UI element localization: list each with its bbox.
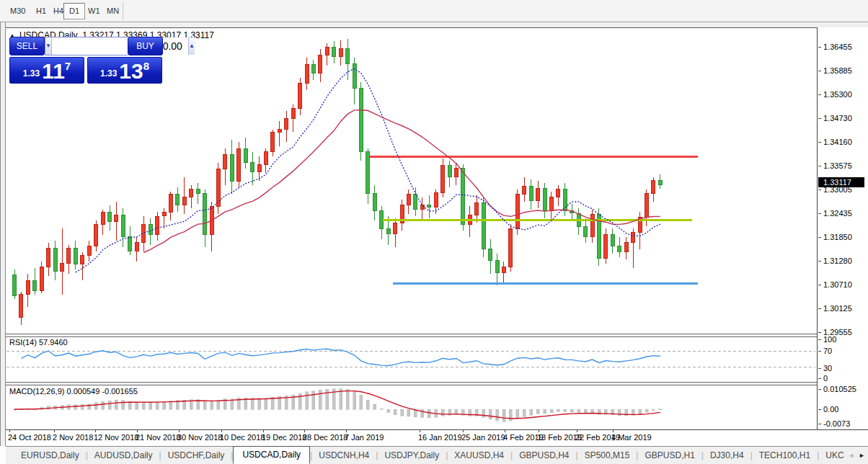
rsi-tick-label: 70 (823, 347, 832, 355)
price-tick-label: 1.35300 (823, 90, 852, 99)
chart-tab-usdchf-daily[interactable]: USDCHF,Daily (161, 448, 231, 463)
date-tick-label: 25 Jan 2019 (461, 433, 505, 442)
chart-tab-ukc[interactable]: UKC (819, 448, 850, 463)
date-tick-label: 19 Dec 2018 (262, 433, 306, 442)
price-tick-label: 1.34730 (823, 114, 852, 122)
date-tick (9, 430, 10, 432)
price-tick-label: 1.32435 (823, 209, 852, 218)
chart-tab-gbpusd-h4[interactable]: GBPUSD,H4 (513, 448, 575, 463)
rsi-tick-label: 100 (823, 335, 836, 344)
date-tick (137, 430, 138, 432)
date-tick-label: 10 Dec 2018 (220, 433, 265, 442)
sell-button[interactable]: SELL (9, 37, 45, 55)
sell-price-base: 1.33 (23, 68, 40, 79)
price-tick-label: 1.30125 (823, 304, 852, 313)
chart-tab-audusd-daily[interactable]: AUDUSD,Daily (88, 448, 159, 463)
tab-scroll-controls: ◄► (848, 450, 865, 460)
rsi-panel[interactable] (6, 337, 817, 382)
date-tick (263, 430, 264, 432)
price-tick-label: 1.34160 (823, 138, 852, 146)
current-price-badge: 1.33117 (818, 177, 864, 187)
date-tick-label: 7 Jan 2019 (345, 433, 384, 442)
date-tick-label: 4 Mar 2019 (611, 433, 652, 442)
date-tick (613, 430, 614, 432)
date-tick (505, 430, 505, 432)
sell-price-pips: 11 (42, 62, 65, 81)
chart-tab-xauusd-h4[interactable]: XAUUSD,H4 (448, 448, 510, 463)
buy-button[interactable]: BUY (128, 37, 163, 55)
date-tick (179, 430, 180, 432)
toolbar-separator (123, 2, 123, 20)
volume-decrease-icon[interactable]: ▼ (45, 37, 52, 55)
date-tick (463, 430, 464, 432)
price-tick-label: 1.31280 (823, 256, 852, 265)
buy-price-base: 1.33 (100, 68, 117, 79)
chart-tab-tech100-h1[interactable]: TECH100,H1 (753, 448, 817, 463)
date-tick-label: 16 Jan 2019 (418, 433, 462, 442)
volume-input[interactable] (52, 37, 188, 55)
date-tick-label: 12 Nov 2018 (94, 433, 138, 442)
buy-price-pips: 13 (119, 62, 143, 81)
rsi-indicator-label: RSI(14) 57.9460 (9, 338, 68, 347)
chart-tab-usdcnh-h4[interactable]: USDCNH,H4 (312, 448, 376, 463)
chart-tab-sp500-m15[interactable]: SP500,M15 (578, 448, 637, 463)
tab-scroll-right-icon[interactable]: ► (859, 450, 865, 460)
price-tick-label: 1.30710 (823, 280, 852, 289)
one-click-trade-widget: SELL ▼ ▲ BUY 1.33 11 7 1.33 13 8 (9, 37, 163, 84)
timeframe-mn-button[interactable]: MN (101, 3, 125, 19)
date-tick (221, 430, 222, 432)
volume-increase-icon[interactable]: ▲ (188, 37, 195, 55)
price-axis: 1.364551.358851.353001.347301.341601.335… (818, 27, 868, 429)
sell-price-point: 7 (65, 60, 71, 72)
chart-tab-usdcad-daily[interactable]: USDCAD,Daily (233, 446, 310, 464)
chart-tab-gbpusd-h1[interactable]: GBPUSD,H1 (638, 448, 701, 463)
chart-tab-eurusd-daily[interactable]: EURUSD,Daily (14, 448, 86, 463)
price-tick-label: 1.33575 (823, 161, 852, 170)
tab-scroll-left-icon[interactable]: ◄ (848, 450, 854, 460)
date-tick (577, 430, 577, 432)
date-tick (54, 430, 55, 432)
date-tick-label: 24 Oct 2018 (8, 433, 51, 442)
timeframe-m30-button[interactable]: M30 (4, 3, 31, 19)
chart-tab-usdjpy-daily[interactable]: USDJPY,Daily (378, 448, 446, 463)
macd-indicator-label: MACD(12,26,9) 0.000549 -0.001655 (9, 387, 138, 396)
volume-control: ▼ ▲ (45, 37, 128, 55)
buy-price-quote[interactable]: 1.33 13 8 (87, 57, 162, 84)
buy-price-point: 8 (143, 60, 149, 72)
date-tick-label: 28 Dec 2018 (303, 433, 347, 442)
chart-tab-bar: EURUSD,Daily|AUDUSD,Daily|USDCHF,Daily|U… (6, 446, 868, 464)
time-axis: 24 Oct 20182 Nov 201812 Nov 201821 Nov 2… (6, 430, 868, 446)
rsi-tick-label: 30 (823, 364, 832, 372)
sell-price-quote[interactable]: 1.33 11 7 (9, 57, 84, 84)
date-tick-label: 21 Nov 2018 (136, 433, 180, 442)
date-tick (346, 430, 347, 432)
macd-tick-label: 0.00 (823, 405, 838, 414)
mt4-window: M30 H1 H4 D1 W1 MN 1.364551.358851.35300… (0, 0, 868, 464)
macd-tick-label: 0.010525 (823, 385, 856, 393)
date-tick-label: 30 Nov 2018 (177, 433, 222, 442)
price-tick-label: 1.35885 (823, 66, 852, 75)
price-tick-label: 1.31850 (823, 233, 852, 241)
timeframe-toolbar: M30 H1 H4 D1 W1 MN (0, 0, 868, 22)
date-tick (304, 430, 305, 432)
window-left-frame (0, 22, 6, 446)
price-tick-label: 1.36455 (823, 43, 852, 51)
macd-tick-label: -0.0073 (823, 419, 850, 428)
date-tick (420, 430, 420, 432)
rsi-tick-label: 0 (823, 374, 828, 383)
date-tick-label: 2 Nov 2018 (53, 433, 93, 442)
date-tick (95, 430, 96, 432)
date-tick (539, 430, 539, 432)
chart-tab-dj30-h4[interactable]: DJ30,H4 (704, 448, 750, 463)
